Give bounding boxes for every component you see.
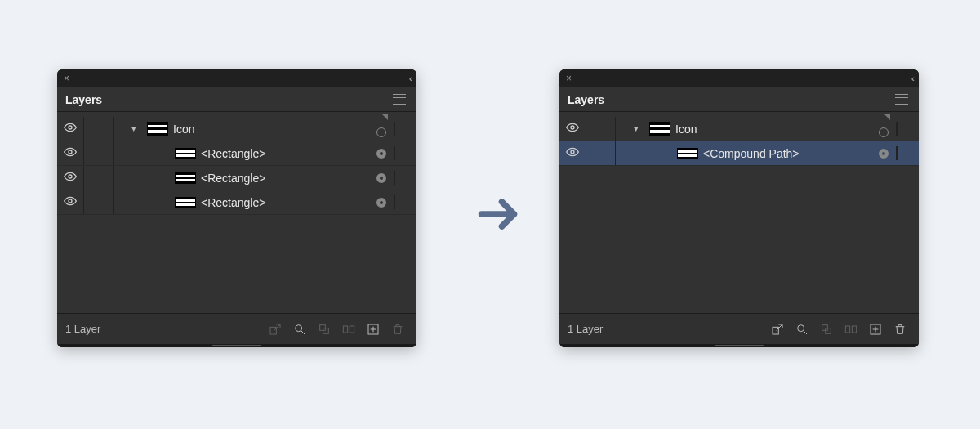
layers-list: ▾ Icon ▾ <Rectangle> [57,112,416,313]
layer-thumbnail-icon [175,197,196,208]
panel-menu-icon[interactable] [390,92,408,107]
target-ring-icon[interactable] [376,127,386,137]
layers-panel-after: × ‹‹ Layers ▾ Icon [559,69,919,347]
layer-content[interactable]: Icon [147,122,369,136]
visibility-eye-icon[interactable] [57,121,83,136]
selection-swatch [896,123,919,135]
layer-content[interactable]: <Rectangle> [175,172,369,185]
target-ring-icon[interactable] [376,198,386,208]
svg-point-12 [571,150,574,154]
collect-icon [816,319,837,340]
corner-indicator-icon [381,114,388,120]
target-column[interactable] [369,173,394,183]
layer-name[interactable]: <Compound Path> [703,147,800,160]
divider [113,190,114,214]
resize-handle[interactable] [57,344,416,347]
layer-name[interactable]: Icon [173,123,194,136]
resize-handle[interactable] [559,344,919,347]
target-ring-icon[interactable] [376,149,386,159]
svg-rect-8 [343,326,347,333]
target-ring-icon[interactable] [376,173,386,183]
svg-rect-4 [270,327,276,334]
visibility-eye-icon[interactable] [559,121,586,136]
target-column[interactable] [871,149,896,159]
panel-header: Layers [57,87,416,112]
target-column[interactable] [369,198,394,208]
divider [83,166,84,190]
corner-indicator-icon [884,114,890,120]
layer-name[interactable]: <Rectangle> [201,196,265,209]
svg-point-1 [69,150,72,154]
layer-row[interactable]: ▾ <Rectangle> [57,190,416,215]
layer-row[interactable]: ▾ <Rectangle> [57,166,416,190]
divider [83,117,84,141]
divider [113,141,114,165]
window-titlebar: × ‹‹ [559,69,919,87]
svg-rect-16 [826,328,831,333]
layer-thumbnail-icon [649,122,670,136]
selection-swatch [394,172,416,184]
svg-rect-15 [822,324,828,330]
panel-menu-icon[interactable] [893,92,911,107]
search-icon[interactable] [791,319,813,340]
svg-rect-9 [350,326,354,333]
close-icon[interactable]: × [64,73,69,84]
layers-panel-before: × ‹‹ Layers ▾ Icon [57,69,416,347]
new-layer-icon[interactable] [363,319,384,340]
arrow-right-icon [475,190,524,241]
new-layer-icon[interactable] [865,319,886,340]
layer-thumbnail-icon [175,172,196,184]
collapse-icon[interactable]: ‹‹ [911,74,912,83]
svg-rect-7 [323,328,329,333]
layer-content[interactable]: <Rectangle> [175,147,369,160]
panel-header: Layers [559,87,919,112]
release-icon [840,319,862,340]
target-ring-icon[interactable] [879,127,889,137]
visibility-eye-icon[interactable] [57,170,83,185]
svg-point-2 [69,175,72,178]
collapse-icon[interactable]: ‹‹ [409,74,410,83]
visibility-eye-icon[interactable] [57,145,83,161]
target-ring-icon[interactable] [879,149,889,159]
search-icon[interactable] [289,319,310,340]
svg-point-14 [798,324,804,331]
visibility-eye-icon[interactable] [559,145,586,161]
svg-point-5 [296,324,302,331]
layer-content[interactable]: Icon [649,122,871,136]
layer-name[interactable]: <Rectangle> [201,147,265,160]
svg-point-0 [69,126,72,129]
window-titlebar: × ‹‹ [57,69,416,87]
layer-content[interactable]: <Rectangle> [175,196,369,209]
chevron-down-icon[interactable]: ▾ [623,123,649,134]
layer-row[interactable]: ▾ <Compound Path> [559,141,919,166]
svg-rect-13 [773,327,778,334]
collect-icon [314,319,335,340]
divider [83,190,84,214]
chevron-down-icon[interactable]: ▾ [121,123,147,134]
panel-title: Layers [568,93,604,106]
target-column[interactable] [369,149,394,159]
layer-count-status: 1 Layer [65,323,261,335]
svg-point-3 [69,199,72,203]
target-column[interactable] [369,121,394,137]
panel-footer: 1 Layer [559,313,919,344]
selection-swatch [394,196,416,208]
close-icon[interactable]: × [566,73,572,84]
layer-name[interactable]: Icon [675,123,697,136]
export-icon [265,319,286,340]
layer-row[interactable]: ▾ <Rectangle> [57,141,416,166]
layers-list: ▾ Icon ▾ <Compound Path> [559,112,919,313]
svg-rect-17 [845,326,849,333]
layer-row[interactable]: ▾ Icon [559,117,919,141]
target-column[interactable] [871,121,896,137]
trash-icon[interactable] [889,319,911,340]
export-icon[interactable] [767,319,788,340]
divider [113,117,114,141]
visibility-eye-icon[interactable] [57,194,83,210]
divider [615,141,616,165]
selection-swatch [394,147,416,159]
layer-content[interactable]: <Compound Path> [677,147,871,160]
layer-name[interactable]: <Rectangle> [201,172,265,185]
layer-row[interactable]: ▾ Icon [57,117,416,141]
trash-icon [387,319,408,340]
